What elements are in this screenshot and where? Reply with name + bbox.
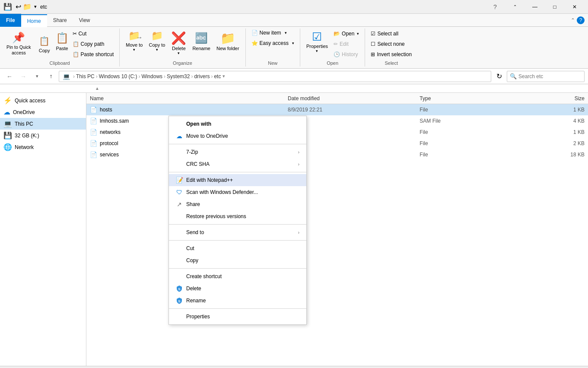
copy-to-button[interactable]: 📁 Copy to ▾ [146,29,168,54]
ctx-copy[interactable]: Copy [169,254,306,266]
ctx-cut[interactable]: Cut [169,242,306,254]
ctx-properties[interactable]: Properties [169,311,306,323]
breadcrumb-system32[interactable]: System32 [167,73,190,79]
recent-locations-button[interactable]: ▾ [31,70,43,82]
ctx-edit-notepadpp[interactable]: 📝 Edit with Notepad++ [169,174,306,186]
ctx-scan-defender[interactable]: 🛡 Scan with Windows Defender... [169,186,306,198]
up-button[interactable]: ↑ [45,70,57,82]
sidebar-item-thispc[interactable]: 💻 This PC [0,118,86,130]
pin-to-quick-access-button[interactable]: 📌 Pin to Quick access [3,29,34,57]
edit-button[interactable]: ✏ Edit [331,40,361,48]
refresh-button[interactable]: ↻ [493,70,505,82]
breadcrumb-sep-3: › [164,73,165,79]
search-box[interactable]: 🔍 [507,71,585,82]
breadcrumb-dropdown[interactable]: ▾ [222,73,225,79]
ctx-share[interactable]: ↗ Share [169,198,306,210]
copy-label: Copy [39,48,50,54]
title-minimize-button[interactable]: — [525,0,545,14]
breadcrumb-thispc[interactable]: 💻 [63,73,70,80]
ctx-restore-versions[interactable]: Restore previous versions [169,210,306,222]
breadcrumb-drivers[interactable]: drivers [194,73,210,79]
delete-button[interactable]: ❌ Delete ▾ [168,29,189,57]
tab-share[interactable]: Share [47,14,73,27]
paste-shortcut-label: Paste shortcut [81,51,114,57]
qat-folder-icon[interactable]: 📁 [23,3,32,11]
history-button[interactable]: 🕒 History [331,50,361,59]
ctx-properties-label: Properties [186,314,210,320]
table-row[interactable]: 📄 lmhosts.sam SAM File 4 KB [86,115,588,127]
ctx-sep-2 [169,172,306,172]
copy-path-button[interactable]: 📋 Copy path [70,40,116,48]
ctx-7zip[interactable]: 7-Zip › [169,146,306,158]
title-close-button[interactable]: ✕ [565,0,585,14]
paste-shortcut-button[interactable]: 📋 Paste shortcut [70,50,116,59]
address-bar[interactable]: 💻 › This PC › Windows 10 (C:) › Windows … [59,71,491,82]
ctx-move-onedrive[interactable]: ☁ Move to OneDrive [169,130,306,142]
pin-label: Pin to Quick access [6,44,31,55]
file-size-protocol: 2 KB [518,140,585,146]
breadcrumb-windows[interactable]: Windows [141,73,162,79]
select-all-button[interactable]: ☑ Select all [369,29,414,38]
forward-button[interactable]: → [17,70,29,82]
move-to-button[interactable]: 📁 → Move to ▾ [123,29,145,54]
ctx-create-shortcut-label: Create shortcut [186,273,222,279]
new-item-label: New item [260,30,281,36]
table-row[interactable]: 📄 protocol File 2 KB [86,138,588,149]
ctx-open-with[interactable]: Open with [169,118,306,130]
table-row[interactable]: 📄 hosts 8/9/2019 22:21 File 1 KB [86,104,588,115]
properties-button[interactable]: ☑ Properties ▾ [304,29,331,55]
table-row[interactable]: 📄 networks File 1 KB [86,127,588,138]
table-row[interactable]: 📄 services File 18 KB [86,149,588,160]
select-none-button[interactable]: ☐ Select none [369,40,414,48]
title-expand-button[interactable]: ⌃ [505,0,525,14]
new-item-arrow: ▾ [285,31,287,35]
breadcrumb-sep-2: › [138,73,140,79]
open-button[interactable]: 📂 Open ▾ [331,29,361,38]
col-size[interactable]: Size [518,95,585,102]
ribbon-collapse-btn[interactable]: ⌃ [571,17,575,23]
back-button[interactable]: ← [3,70,16,82]
col-date[interactable]: Date modified [288,95,420,102]
tab-file[interactable]: File [0,14,21,27]
sidebar-item-network[interactable]: 🌐 Network [0,141,86,153]
easy-access-button[interactable]: ⭐ Easy access ▾ [249,39,296,48]
sidebar-item-quick-access[interactable]: ⚡ Quick access [0,95,86,106]
invert-selection-button[interactable]: ⊞ Invert selection [369,50,414,59]
new-folder-icon: 📁 [220,30,235,46]
title-maximize-button[interactable]: □ [545,0,565,14]
breadcrumb-thispc-label[interactable]: This PC [76,73,95,79]
qat-undo-icon[interactable]: ↩ [16,3,21,11]
ctx-restore-label: Restore previous versions [186,213,246,219]
title-help-button[interactable]: ? [485,0,505,14]
open-stack: 📂 Open ▾ ✏ Edit 🕒 History [331,29,361,60]
quick-access-label: Quick access [15,98,45,104]
ctx-restore-icon [176,213,183,220]
copy-button[interactable]: 📋 Copy [35,32,54,56]
ctx-crc-sha-label: CRC SHA [186,161,210,167]
rename-button[interactable]: 🔤 Rename [190,29,213,53]
properties-dropdown-icon: ▾ [316,49,318,53]
invert-selection-label: Invert selection [377,51,412,57]
new-folder-button[interactable]: 📁 New folder [214,29,242,53]
paste-button[interactable]: 📋 Paste [55,29,70,53]
sidebar-item-onedrive[interactable]: ☁ OneDrive [0,106,86,118]
breadcrumb-drive[interactable]: Windows 10 (C:) [99,73,137,79]
ctx-delete[interactable]: S Delete [169,282,306,295]
sidebar-item-drive[interactable]: 💾 32 GB (K:) [0,130,86,141]
col-type[interactable]: Type [420,95,518,102]
ctx-crc-sha[interactable]: CRC SHA › [169,158,306,170]
col-name[interactable]: Name [90,95,288,102]
qat-save-icon[interactable]: 💾 [3,3,12,11]
ribbon-help-btn[interactable]: ? [577,16,585,24]
file-type-services: File [420,152,518,158]
new-item-button[interactable]: 📄 New item ▾ [249,29,296,37]
tab-home[interactable]: Home [21,14,47,27]
tab-view[interactable]: View [73,14,96,27]
ctx-send-to[interactable]: Send to › [169,226,306,238]
ctx-rename[interactable]: S Rename [169,295,306,307]
ctx-create-shortcut[interactable]: Create shortcut [169,270,306,282]
qat-dropdown-icon[interactable]: ▾ [34,4,37,10]
cut-button[interactable]: ✂ Cut [70,29,116,38]
search-input[interactable] [518,73,583,79]
breadcrumb-etc[interactable]: etc [214,73,221,79]
